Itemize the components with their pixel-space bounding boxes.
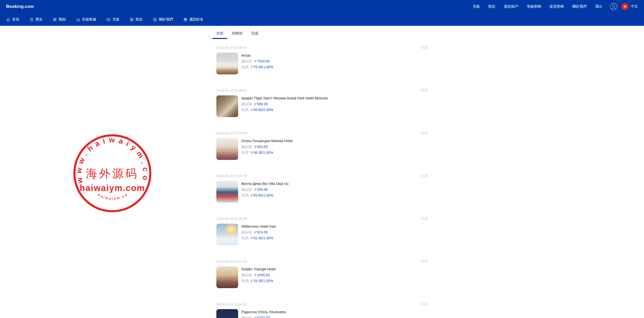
flag-star-glyph: ✻ xyxy=(624,5,627,9)
order-timestamp: 2024-01-11 16:34:56 xyxy=(216,302,247,306)
top-link-logout[interactable]: 退出 xyxy=(595,4,602,9)
booking-logo[interactable]: Booking.com xyxy=(6,4,34,9)
order-item[interactable]: 2024-01-11 16:34:56 •完成 Рэдиссон Отель У… xyxy=(216,302,428,318)
profit-amount: 58.80/1.00% xyxy=(253,108,273,112)
tab-pending[interactable]: 待辦的 xyxy=(232,29,243,39)
order-timestamp: 2024-05-19 13:29:42 xyxy=(216,89,247,92)
main-nav-bar: 首頁 歷史 開始 在線客服 xyxy=(0,13,644,26)
profit-amount: 16.35/1.00% xyxy=(253,279,273,283)
stamp-center-domain: haiwaiym.com xyxy=(80,183,145,193)
order-status-badge: •完成 xyxy=(420,216,428,221)
profit-label: 利潤: xyxy=(241,193,250,197)
order-timestamp: 2024-05-19 13:29:43 xyxy=(216,46,247,50)
total-amount: 556.00 xyxy=(257,187,268,192)
status-text: 完成 xyxy=(421,216,428,221)
top-link-recharge[interactable]: 充值 xyxy=(473,4,480,9)
home-icon xyxy=(6,17,10,22)
status-dot-icon: • xyxy=(420,175,421,177)
svg-text:haiwaiym.com: haiwaiym.com xyxy=(73,134,129,201)
profit-label: 利潤: xyxy=(241,108,250,112)
nav-item-label: 歷史 xyxy=(35,17,43,22)
tab-completed[interactable]: 完成 xyxy=(251,29,258,39)
order-item[interactable]: 2024-05-19 13:29:39 •完成 Вилла Дежа Вю Vi… xyxy=(216,174,428,203)
top-link-withdraw[interactable]: 取款 xyxy=(488,4,495,9)
order-item[interactable]: 2024-05-19 13:21:19 •完成 Golden Triangle … xyxy=(216,259,428,288)
total-amount: 1635.00 xyxy=(257,273,270,277)
nav-item-label: 在線客服 xyxy=(82,17,96,22)
total-amount: 588.00 xyxy=(257,102,268,106)
top-menu: 充值 取款 提款賬戶 登錄密碼 提現密碼 關於我們 退出 xyxy=(473,4,602,9)
stamp-top-arc-text: www.haiwaiym.com xyxy=(73,134,150,184)
top-link-login-password[interactable]: 登錄密碼 xyxy=(527,4,541,9)
start-grid-icon xyxy=(53,17,57,22)
language-flag-icon[interactable]: ✻ xyxy=(621,3,629,10)
total-label: 總金額: xyxy=(241,273,253,277)
order-timestamp: 2024-05-19 13:29:39 xyxy=(216,174,247,178)
total-label: 總金額: xyxy=(241,59,253,63)
hotel-title: Golden Triangle Hotel xyxy=(241,267,276,272)
nav-item-label: 取款 xyxy=(136,17,143,22)
status-dot-icon: • xyxy=(420,217,421,220)
currency-symbol: ₽ xyxy=(254,273,256,277)
top-link-about-us[interactable]: 關於我們 xyxy=(572,4,587,9)
nav-item-label: 關於我們 xyxy=(159,17,173,22)
status-dot-icon: • xyxy=(420,260,421,263)
status-dot-icon: • xyxy=(420,89,421,92)
nav-item-invite-friends[interactable]: 邀請好友 xyxy=(183,17,203,22)
watermark-stamp: www.haiwaiym.com 海外源码 haiwaiym.com haiwa… xyxy=(73,134,152,213)
currency-symbol: ₽ xyxy=(251,236,253,240)
headset-icon xyxy=(76,17,80,22)
user-avatar-icon[interactable] xyxy=(610,3,617,10)
currency-symbol: ₽ xyxy=(251,65,253,69)
order-status-badge: •完成 xyxy=(420,131,428,135)
status-dot-icon: • xyxy=(420,46,421,49)
nav-item-label: 邀請好友 xyxy=(189,17,203,22)
hotel-thumbnail xyxy=(216,224,238,245)
hotel-thumbnail xyxy=(216,95,238,117)
order-status-badge: •完成 xyxy=(420,45,428,50)
profit-amount: 56.30/1.00% xyxy=(253,151,273,155)
stamp-bottom-arc-text: haiwaiym.com xyxy=(73,134,129,201)
currency-symbol: ₽ xyxy=(254,230,256,234)
currency-symbol: ₽ xyxy=(254,187,256,192)
order-timestamp: 2024-05-19 13:29:40 xyxy=(216,131,247,135)
tab-all[interactable]: 全部 xyxy=(216,29,223,39)
order-item[interactable]: 2024-05-19 13:29:43 •完成 Анзас 總金額:₽7558.… xyxy=(216,45,428,74)
top-link-withdraw-account[interactable]: 提款賬戶 xyxy=(504,4,518,9)
idcard-icon xyxy=(153,17,157,22)
total-label: 總金額: xyxy=(241,145,253,149)
order-item[interactable]: 2024-05-19 13:29:40 •完成 Отель Гельвеция … xyxy=(216,131,428,160)
profit-amount: 55.60/1.00% xyxy=(253,193,273,197)
currency-symbol: ₽ xyxy=(254,145,256,149)
nav-item-about-us[interactable]: 關於我們 xyxy=(153,17,173,22)
nav-item-history[interactable]: 歷史 xyxy=(29,17,43,22)
hotel-title: Wilderness Hotel Inari xyxy=(241,224,276,229)
order-list-panel: 全部 待辦的 完成 2024-05-19 13:29:43 •完成 Анзас … xyxy=(216,26,428,318)
nav-item-start[interactable]: 開始 xyxy=(53,17,66,22)
nav-item-withdraw[interactable]: 取款 xyxy=(130,17,143,22)
gift-icon xyxy=(183,17,188,22)
status-dot-icon: • xyxy=(420,132,421,135)
nav-item-online-service[interactable]: 在線客服 xyxy=(76,17,96,22)
hotel-thumbnail xyxy=(216,266,238,288)
status-text: 完成 xyxy=(421,259,428,264)
total-label: 總金額: xyxy=(241,230,253,234)
currency-symbol: ₽ xyxy=(254,59,256,63)
stamp-center-chinese: 海外源码 xyxy=(86,167,139,180)
status-text: 完成 xyxy=(421,174,428,178)
total-amount: 7558.00 xyxy=(257,59,270,63)
profit-label: 利潤: xyxy=(241,236,250,240)
language-label[interactable]: 中文 xyxy=(631,4,638,9)
nav-item-recharge[interactable]: 充值 xyxy=(106,17,119,22)
nav-item-label: 首頁 xyxy=(12,17,19,22)
nav-item-home[interactable]: 首頁 xyxy=(6,17,19,22)
history-icon xyxy=(29,17,34,22)
top-link-withdraw-password[interactable]: 提現密碼 xyxy=(550,4,564,9)
hotel-title: Рэдиссон Отель Ульяновск xyxy=(241,309,286,314)
status-text: 完成 xyxy=(421,45,428,50)
profit-label: 利潤: xyxy=(241,151,250,155)
order-item[interactable]: 2024-05-19 13:29:36 •完成 Wilderness Hotel… xyxy=(216,216,428,245)
hotel-title: Отель Гельвеция Helvetia Hotel xyxy=(241,138,293,143)
nav-item-label: 充值 xyxy=(112,17,119,22)
order-item[interactable]: 2024-05-19 13:29:42 •完成 Арарат Парк Хаят… xyxy=(216,88,428,117)
